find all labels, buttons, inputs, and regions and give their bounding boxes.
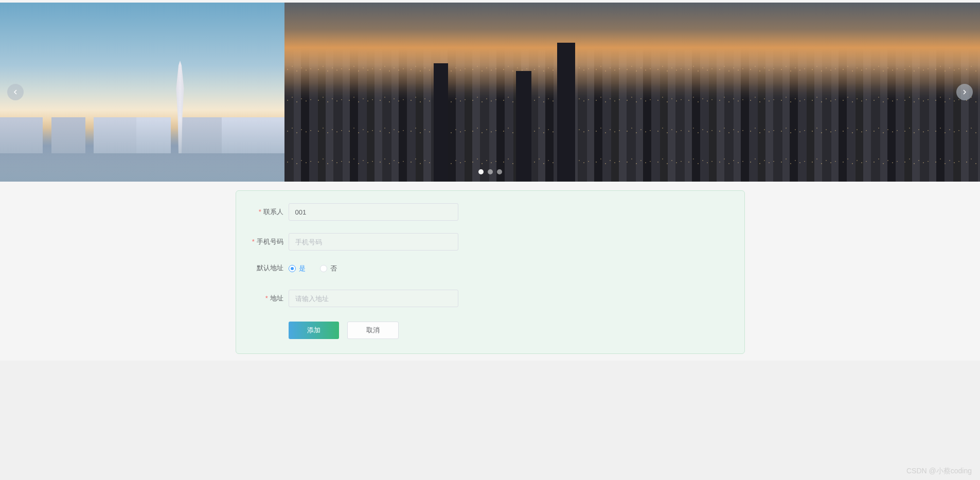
phone-input[interactable] bbox=[289, 233, 458, 251]
address-input[interactable] bbox=[289, 290, 458, 307]
address-label: 地址 bbox=[247, 294, 283, 303]
background-mountains bbox=[0, 361, 980, 480]
chevron-right-icon bbox=[961, 89, 968, 95]
carousel-slide-2 bbox=[284, 3, 980, 182]
carousel-indicators bbox=[478, 169, 502, 174]
carousel-next-button[interactable] bbox=[956, 84, 973, 100]
cancel-button[interactable]: 取消 bbox=[347, 322, 399, 339]
carousel-dot-1[interactable] bbox=[478, 169, 484, 174]
radio-yes[interactable]: 是 bbox=[289, 264, 306, 273]
form-buttons: 添加 取消 bbox=[247, 322, 733, 339]
default-address-label: 默认地址 bbox=[247, 263, 283, 273]
default-address-radio-group: 是 否 bbox=[289, 263, 337, 273]
radio-no[interactable]: 否 bbox=[320, 264, 337, 273]
address-form-card: 联系人 手机号码 默认地址 是 否 地址 bbox=[236, 190, 745, 354]
carousel-prev-button[interactable] bbox=[7, 84, 24, 100]
contact-row: 联系人 bbox=[247, 203, 733, 221]
default-address-row: 默认地址 是 否 bbox=[247, 263, 733, 273]
carousel-dot-2[interactable] bbox=[488, 169, 493, 174]
radio-yes-label: 是 bbox=[299, 264, 306, 273]
contact-label: 联系人 bbox=[247, 207, 283, 217]
phone-row: 手机号码 bbox=[247, 233, 733, 251]
chevron-left-icon bbox=[12, 89, 19, 95]
radio-no-circle bbox=[320, 265, 327, 272]
address-row: 地址 bbox=[247, 290, 733, 307]
banner-carousel bbox=[0, 3, 980, 182]
phone-label: 手机号码 bbox=[247, 237, 283, 246]
contact-input[interactable] bbox=[289, 203, 458, 221]
submit-button[interactable]: 添加 bbox=[289, 322, 339, 339]
carousel-dot-3[interactable] bbox=[497, 169, 502, 174]
radio-no-label: 否 bbox=[330, 264, 337, 273]
watermark-text: CSDN @小蔡coding bbox=[906, 467, 972, 476]
radio-yes-circle bbox=[289, 265, 296, 272]
carousel-slide-1 bbox=[0, 3, 284, 182]
